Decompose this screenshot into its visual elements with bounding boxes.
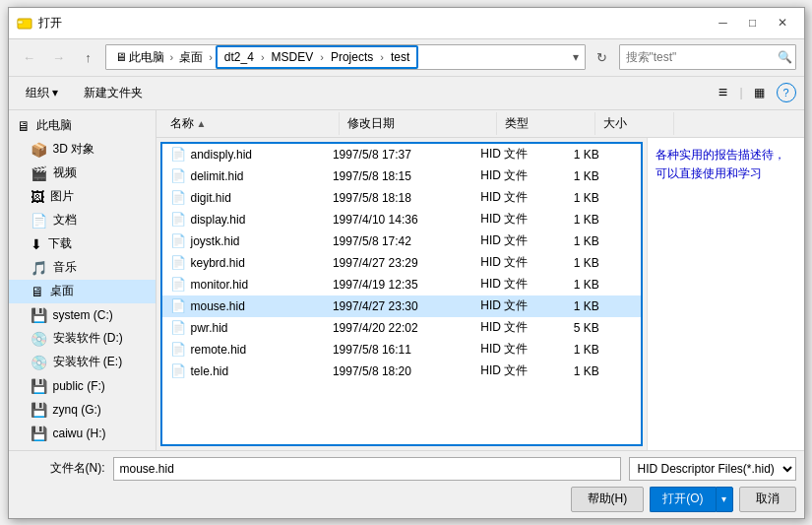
minimize-button[interactable]: ─: [710, 12, 737, 33]
search-box[interactable]: 🔍: [619, 44, 796, 70]
table-row[interactable]: 📄 andisply.hid 1997/5/8 17:37 HID 文件 1 K…: [162, 144, 641, 165]
file-date: 1997/5/8 17:42: [325, 232, 472, 250]
breadcrumb-dropdown[interactable]: ▾: [573, 50, 579, 64]
table-row[interactable]: 📄 tele.hid 1997/5/8 18:20 HID 文件 1 KB: [162, 361, 641, 382]
file-type: HID 文件: [472, 317, 565, 338]
music-icon: 🎵: [31, 260, 47, 276]
close-button[interactable]: ✕: [769, 12, 796, 33]
sidebar-item-f[interactable]: 💾 public (F:): [9, 374, 156, 398]
file-name: display.hid: [191, 213, 246, 227]
desktop-icon: 🖥: [31, 284, 44, 299]
table-row[interactable]: 📄 display.hid 1997/4/10 14:36 HID 文件 1 K…: [162, 209, 641, 230]
sidebar-item-d[interactable]: 💿 安装软件 (D:): [9, 327, 156, 351]
table-row[interactable]: 📄 delimit.hid 1997/5/8 18:15 HID 文件 1 KB: [162, 165, 641, 187]
sidebar-label-pictures: 图片: [50, 188, 74, 205]
c-drive-icon: 💾: [31, 307, 47, 323]
titlebar: 打开 ─ □ ✕: [9, 8, 804, 39]
filename-input[interactable]: [113, 457, 621, 481]
col-header-date[interactable]: 修改日期: [340, 112, 497, 135]
breadcrumb-test[interactable]: test: [388, 48, 412, 66]
sidebar-item-this-pc[interactable]: 🖥 此电脑: [9, 114, 156, 138]
sidebar-item-pictures[interactable]: 🖼 图片: [9, 185, 156, 209]
new-folder-button[interactable]: 新建文件夹: [75, 81, 152, 104]
file-date: 1997/4/27 23:30: [325, 297, 472, 315]
refresh-button[interactable]: ↻: [590, 44, 615, 70]
table-row[interactable]: 📄 keybrd.hid 1997/4/27 23:29 HID 文件 1 KB: [162, 252, 641, 274]
open-dropdown-button[interactable]: ▾: [716, 487, 733, 512]
table-row[interactable]: 📄 joystk.hid 1997/5/8 17:42 HID 文件 1 KB: [162, 230, 641, 252]
col-header-size[interactable]: 大小: [595, 112, 674, 135]
sidebar-item-e[interactable]: 💿 安装软件 (E:): [9, 351, 156, 374]
breadcrumb-desktop[interactable]: 桌面: [176, 47, 206, 68]
file-type: HID 文件: [472, 339, 565, 360]
table-row[interactable]: 📄 digit.hid 1997/5/8 18:18 HID 文件 1 KB: [162, 187, 641, 209]
breadcrumb-sep-3: ›: [261, 51, 265, 63]
file-name: joystk.hid: [191, 234, 240, 248]
table-row[interactable]: 📄 remote.hid 1997/5/8 16:11 HID 文件 1 KB: [162, 339, 641, 361]
forward-button[interactable]: →: [46, 44, 72, 70]
help-button-bottom[interactable]: 帮助(H): [571, 487, 645, 512]
sidebar-item-g[interactable]: 💾 zynq (G:): [9, 398, 156, 422]
sidebar-item-video[interactable]: 🎬 视频: [9, 162, 156, 185]
file-icon: 📄: [170, 298, 186, 313]
view-icon-button[interactable]: ▦: [747, 81, 773, 104]
back-button[interactable]: ←: [17, 44, 42, 70]
sidebar-label-d: 安装软件 (D:): [53, 330, 123, 347]
filetype-select[interactable]: HID Descriptor Files(*.hid)All Files (*.…: [629, 457, 796, 481]
cancel-button[interactable]: 取消: [739, 487, 796, 512]
file-icon: 📄: [170, 320, 186, 335]
breadcrumb-dt2-4[interactable]: dt2_4: [221, 48, 257, 66]
file-date: 1997/4/10 14:36: [325, 211, 472, 229]
documents-icon: 📄: [31, 213, 47, 229]
table-row[interactable]: 📄 pwr.hid 1997/4/20 22:02 HID 文件 5 KB: [162, 317, 641, 339]
file-name: digit.hid: [191, 191, 231, 205]
up-button[interactable]: ↑: [76, 44, 101, 70]
window-controls: ─ □ ✕: [710, 12, 796, 33]
file-size: 1 KB: [566, 211, 641, 229]
sidebar-label-3d: 3D 对象: [53, 141, 95, 158]
open-button[interactable]: 打开(O): [650, 487, 715, 512]
breadcrumb-msdev[interactable]: MSDEV: [269, 48, 317, 66]
table-row[interactable]: 📄 monitor.hid 1997/4/19 12:35 HID 文件 1 K…: [162, 274, 641, 295]
sidebar-item-desktop[interactable]: 🖥 桌面: [9, 280, 156, 303]
col-header-type[interactable]: 类型: [497, 112, 595, 135]
file-date: 1997/5/8 18:20: [325, 362, 472, 380]
table-row[interactable]: 📄 mouse.hid 1997/4/27 23:30 HID 文件 1 KB: [162, 295, 641, 317]
sidebar-item-c[interactable]: 💾 system (C:): [9, 303, 156, 327]
dialog-title: 打开: [38, 15, 62, 32]
col-date-label: 修改日期: [347, 115, 395, 132]
view-detail-button[interactable]: ≡: [710, 81, 735, 104]
search-input[interactable]: [626, 50, 774, 64]
file-date: 1997/4/27 23:29: [325, 254, 472, 272]
file-date: 1997/4/20 22:02: [325, 319, 472, 337]
maximize-button[interactable]: □: [739, 12, 767, 33]
sidebar-label-e: 安装软件 (E:): [53, 354, 123, 370]
sidebar-item-documents[interactable]: 📄 文档: [9, 209, 156, 232]
sidebar-item-3d[interactable]: 📦 3D 对象: [9, 138, 156, 162]
organize-button[interactable]: 组织 ▾: [17, 81, 67, 104]
file-size: 1 KB: [566, 146, 641, 164]
view-sep: |: [739, 86, 742, 99]
file-area: 名称 ▲ 修改日期 类型 大小: [156, 110, 804, 450]
breadcrumb-this-pc[interactable]: 🖥 此电脑: [112, 47, 167, 68]
dialog-icon: [17, 15, 32, 31]
file-icon: 📄: [170, 168, 186, 183]
sidebar-label-downloads: 下载: [48, 235, 72, 252]
file-name: delimit.hid: [191, 169, 244, 183]
filename-row: 文件名(N): HID Descriptor Files(*.hid)All F…: [17, 457, 796, 481]
sidebar-item-music[interactable]: 🎵 音乐: [9, 256, 156, 280]
col-header-name[interactable]: 名称 ▲: [162, 112, 340, 135]
sidebar-item-h[interactable]: 💾 caiwu (H:): [9, 422, 156, 445]
toolbar-right: ≡ | ▦ ?: [710, 81, 795, 104]
file-type: HID 文件: [472, 209, 565, 230]
breadcrumb-projects[interactable]: Projects: [328, 48, 376, 66]
sidebar-item-downloads[interactable]: ⬇ 下载: [9, 232, 156, 256]
help-button[interactable]: ?: [777, 83, 796, 102]
3d-icon: 📦: [31, 142, 47, 158]
sidebar-label-f: public (F:): [53, 379, 105, 393]
file-name: tele.hid: [191, 364, 229, 378]
file-date: 1997/4/19 12:35: [325, 276, 472, 294]
file-type: HID 文件: [472, 165, 565, 186]
bottom-bar: 文件名(N): HID Descriptor Files(*.hid)All F…: [9, 450, 804, 518]
col-type-label: 类型: [505, 115, 529, 132]
